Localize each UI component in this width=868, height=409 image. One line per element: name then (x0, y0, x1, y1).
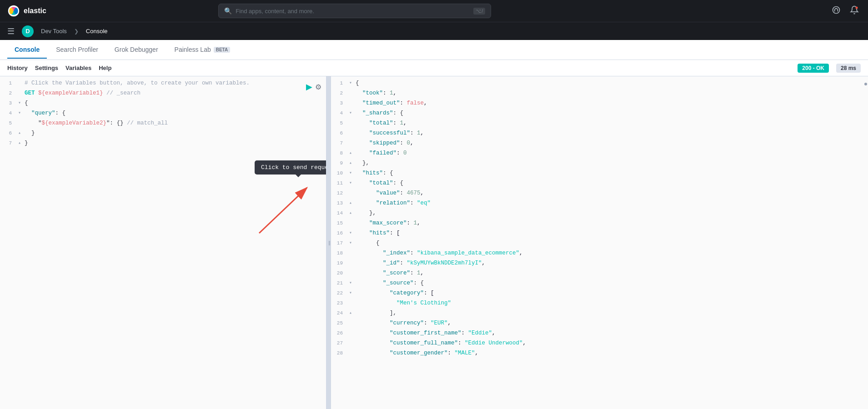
resp-line-21: 21 ▾ "_source": { (331, 278, 868, 288)
resp-line-26: 26 "customer_first_name": "Eddie", (331, 328, 868, 338)
settings-button[interactable]: Settings (35, 65, 58, 71)
breadcrumb-console[interactable]: Console (82, 26, 111, 36)
resp-line-4: 4 ▾ "_shards": { (331, 108, 868, 118)
code-line-7: 7 ▴ } (0, 138, 326, 148)
svg-point-5 (833, 7, 839, 14)
tab-console[interactable]: Console (7, 41, 47, 59)
code-line-5: 5 "${exampleVariable2}": {} // match_all (0, 118, 326, 128)
code-line-1: 1 # Click the Variables button, above, t… (0, 78, 326, 88)
search-icon: 🔍 (224, 7, 232, 15)
collapse-3[interactable]: ▾ (16, 99, 23, 108)
resp-line-28: 28 "customer_gender": "MALE", (331, 348, 868, 358)
main-content: Console Search Profiler Grok Debugger Pa… (0, 40, 868, 409)
tab-painless-lab[interactable]: Painless Lab BETA (167, 41, 238, 59)
search-shortcut: ⌥/ (473, 8, 485, 15)
resp-line-27: 27 "customer_full_name": "Eddie Underwoo… (331, 338, 868, 348)
nav-icons (830, 4, 861, 18)
resp-line-15: 15 "max_score": 1, (331, 218, 868, 228)
tooltip-text: Click to send request (255, 160, 327, 175)
help-nav-icon[interactable] (830, 4, 843, 18)
request-editor[interactable]: ▶ ⚙ Click to send request (0, 76, 327, 409)
help-button[interactable]: Help (99, 65, 111, 71)
svg-line-8 (259, 188, 307, 233)
response-editor: 1 ▾ { 2 "took": 1, 3 "timed_out": false,… (331, 76, 868, 409)
painless-lab-badge: BETA (214, 47, 230, 53)
editor-actions: ▶ ⚙ (306, 82, 321, 92)
tab-search-profiler[interactable]: Search Profiler (49, 41, 105, 59)
resp-line-25: 25 "currency": "EUR", (331, 318, 868, 328)
resp-line-1: 1 ▾ { (331, 78, 868, 88)
variables-button[interactable]: Variables (65, 65, 91, 71)
breadcrumb-separator: ❯ (74, 28, 79, 35)
resp-line-10: 10 ▾ "hits": { (331, 168, 868, 178)
editor-settings-button[interactable]: ⚙ (315, 83, 321, 91)
code-line-4: 4 ▾ "query": { (0, 108, 326, 118)
resp-line-23: 23 "Men's Clothing" (331, 298, 868, 308)
code-line-2: 2 GET ${exampleVariable1} // _search (0, 88, 326, 98)
collapse-4[interactable]: ▾ (16, 109, 23, 118)
request-code: 1 # Click the Variables button, above, t… (0, 76, 326, 148)
resp-line-9: 9 ▴ }, (331, 158, 868, 168)
response-time-badge: 28 ms (836, 64, 861, 73)
resp-line-24: 24 ▴ ], (331, 308, 868, 318)
resp-line-14: 14 ▴ }, (331, 208, 868, 218)
dev-tools-tabs: Console Search Profiler Grok Debugger Pa… (0, 40, 868, 60)
resp-line-19: 19 "_id": "kSyMUYwBkNDDE2mh7lyI", (331, 258, 868, 268)
resp-line-3: 3 "timed_out": false, (331, 98, 868, 108)
svg-point-6 (855, 7, 858, 9)
breadcrumb-bar: ☰ D Dev Tools ❯ Console (0, 22, 868, 40)
resp-line-16: 16 ▾ "hits": [ (331, 228, 868, 238)
resp-line-17: 17 ▾ { (331, 238, 868, 248)
scrollbar-indicator (864, 83, 867, 85)
global-search-bar[interactable]: 🔍 ⌥/ (218, 4, 491, 18)
resp-line-8: 8 ▴ "failed": 0 (331, 148, 868, 158)
app-name: elastic (24, 7, 46, 15)
breadcrumb-dev-avatar: D (22, 25, 34, 37)
resp-line-13: 13 ▴ "relation": "eq" (331, 198, 868, 208)
code-line-3: 3 ▾ { (0, 98, 326, 108)
response-code: 1 ▾ { 2 "took": 1, 3 "timed_out": false,… (331, 76, 868, 358)
notifications-icon[interactable] (848, 4, 861, 18)
history-button[interactable]: History (7, 65, 28, 71)
console-toolbar: History Settings Variables Help 200 - OK… (0, 60, 868, 76)
tooltip-arrow (223, 176, 323, 237)
elastic-logo[interactable]: elastic (7, 5, 46, 17)
resp-line-12: 12 "value": 4675, (331, 188, 868, 198)
resp-line-22: 22 ▾ "category": [ (331, 288, 868, 298)
resp-line-20: 20 "_score": 1, (331, 268, 868, 278)
global-search-input[interactable] (236, 8, 470, 15)
resp-line-18: 18 "_index": "kibana_sample_data_ecommer… (331, 248, 868, 258)
elastic-logo-icon (7, 5, 20, 17)
top-navigation: elastic 🔍 ⌥/ (0, 0, 868, 22)
code-line-6: 6 ▴ } (0, 128, 326, 138)
send-request-button[interactable]: ▶ (306, 82, 312, 92)
resp-line-5: 5 "total": 1, (331, 118, 868, 128)
resp-line-7: 7 "skipped": 0, (331, 138, 868, 148)
send-request-tooltip: Click to send request (255, 160, 327, 175)
collapse-7[interactable]: ▴ (16, 139, 23, 148)
hamburger-menu-button[interactable]: ☰ (7, 26, 15, 36)
resp-line-6: 6 "successful": 1, (331, 128, 868, 138)
pane-divider[interactable]: ‖ (327, 76, 331, 409)
editor-container: ▶ ⚙ Click to send request (0, 76, 868, 409)
resp-line-11: 11 ▾ "total": { (331, 178, 868, 188)
response-status-badge: 200 - OK (798, 64, 829, 73)
breadcrumb-dev-tools[interactable]: Dev Tools (37, 26, 70, 36)
svg-point-4 (14, 8, 18, 14)
collapse-6[interactable]: ▴ (16, 129, 23, 138)
svg-point-3 (9, 8, 13, 14)
tab-grok-debugger[interactable]: Grok Debugger (107, 41, 166, 59)
resp-line-2: 2 "took": 1, (331, 88, 868, 98)
